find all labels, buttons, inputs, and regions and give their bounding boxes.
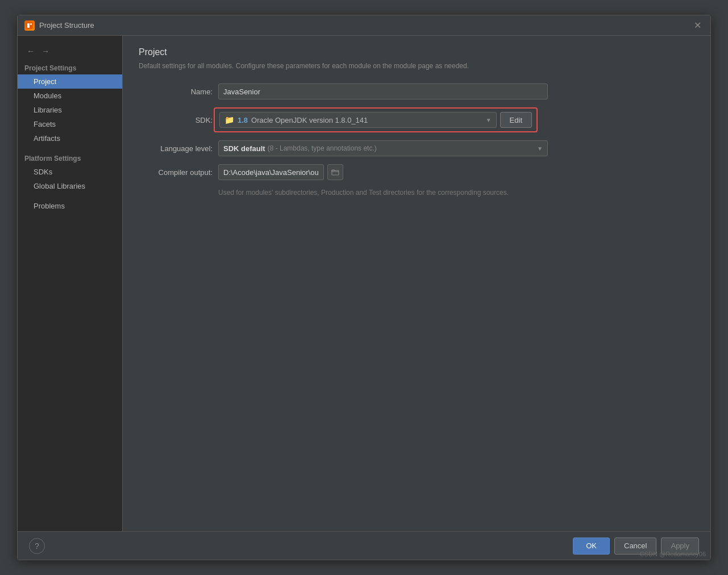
back-button[interactable]: ← <box>24 45 37 57</box>
language-control-wrap: SDK default (8 - Lambdas, type annotatio… <box>218 140 548 156</box>
sidebar-item-libraries[interactable]: Libraries <box>18 103 122 117</box>
sdk-dropdown-text: 📁 1.8 Oracle OpenJDK version 1.8.0_141 <box>224 115 368 124</box>
svg-rect-1 <box>27 23 30 28</box>
sidebar-item-sdks[interactable]: SDKs <box>18 165 122 179</box>
footer-left: ? <box>29 538 45 554</box>
language-dropdown[interactable]: SDK default (8 - Lambdas, type annotatio… <box>218 140 548 156</box>
sidebar: ← → Project Settings Project Modules Lib… <box>18 36 123 531</box>
sidebar-item-artifacts[interactable]: Artifacts <box>18 131 122 145</box>
name-input[interactable] <box>218 84 548 99</box>
sdk-folder-icon: 📁 <box>224 115 234 124</box>
main-content: Project Default settings for all modules… <box>123 36 710 531</box>
sdk-label: SDK: <box>139 116 213 124</box>
name-label: Name: <box>139 88 213 96</box>
ok-button[interactable]: OK <box>573 538 610 555</box>
compiler-control-wrap <box>218 164 343 180</box>
project-settings-header: Project Settings <box>18 61 122 74</box>
compiler-row: Compiler output: <box>139 164 694 180</box>
app-icon <box>24 20 35 31</box>
section-desc: Default settings for all modules. Config… <box>139 61 694 71</box>
sdk-row: SDK: 📁 1.8 Oracle OpenJDK version 1.8.0_… <box>139 107 694 132</box>
sidebar-item-modules[interactable]: Modules <box>18 89 122 103</box>
language-row: Language level: SDK default (8 - Lambdas… <box>139 140 694 156</box>
forward-button[interactable]: → <box>39 45 52 57</box>
name-row: Name: <box>139 84 694 99</box>
dialog-title: Project Structure <box>39 21 94 30</box>
sidebar-item-project[interactable]: Project <box>18 74 122 89</box>
sidebar-item-global-libraries[interactable]: Global Libraries <box>18 179 122 193</box>
close-button[interactable]: ✕ <box>691 19 704 32</box>
language-label: Language level: <box>139 144 213 153</box>
section-title: Project <box>139 47 694 57</box>
sdk-edit-button[interactable]: Edit <box>500 112 532 128</box>
sdk-dropdown-arrow: ▼ <box>486 117 492 123</box>
platform-settings-header: Platform Settings <box>18 151 122 165</box>
language-value: SDK default <box>223 144 265 153</box>
name-control-wrap <box>218 84 548 99</box>
svg-rect-3 <box>332 170 339 175</box>
language-select-text: SDK default (8 - Lambdas, type annotatio… <box>223 144 377 153</box>
compiler-output-input[interactable] <box>218 164 324 180</box>
language-dropdown-arrow: ▼ <box>537 145 543 152</box>
compiler-hint: Used for modules' subdirectories, Produc… <box>218 188 694 198</box>
compiler-browse-button[interactable] <box>327 164 343 180</box>
language-note: (8 - Lambdas, type annotations etc.) <box>268 144 377 152</box>
sidebar-item-facets[interactable]: Facets <box>18 117 122 131</box>
title-bar: Project Structure ✕ <box>18 15 710 36</box>
watermark: CSDN @Redamancy06 <box>640 551 706 557</box>
svg-rect-2 <box>30 23 32 25</box>
project-structure-dialog: Project Structure ✕ ← → Project Settings… <box>17 15 711 560</box>
compiler-label: Compiler output: <box>139 168 213 177</box>
sdk-dropdown[interactable]: 📁 1.8 Oracle OpenJDK version 1.8.0_141 ▼ <box>219 112 497 128</box>
help-button[interactable]: ? <box>29 538 45 554</box>
sdk-full-label: Oracle OpenJDK version 1.8.0_141 <box>251 116 368 124</box>
title-bar-left: Project Structure <box>24 20 94 31</box>
sdk-version-number: 1.8 <box>238 116 248 124</box>
dialog-body: ← → Project Settings Project Modules Lib… <box>18 36 710 531</box>
dialog-footer: ? OK Cancel Apply <box>18 531 710 560</box>
sdk-highlight-box: 📁 1.8 Oracle OpenJDK version 1.8.0_141 ▼… <box>214 107 538 132</box>
nav-toolbar: ← → <box>18 41 122 61</box>
sidebar-item-problems[interactable]: Problems <box>18 199 122 213</box>
